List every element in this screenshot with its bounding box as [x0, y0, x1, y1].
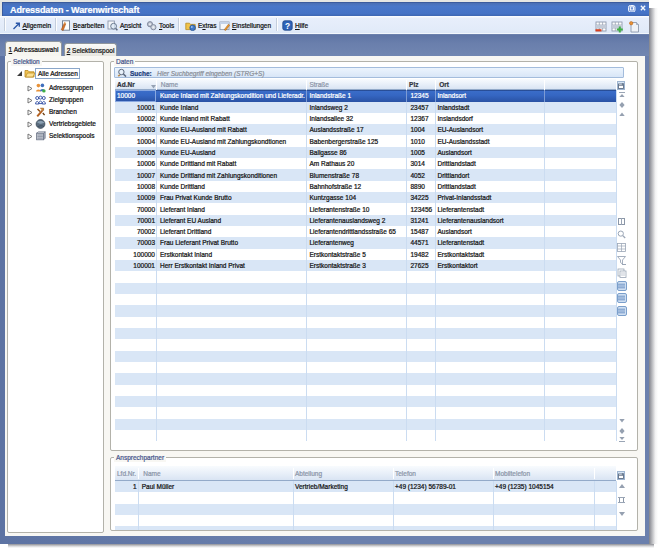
svg-text:?: ?: [285, 21, 290, 31]
